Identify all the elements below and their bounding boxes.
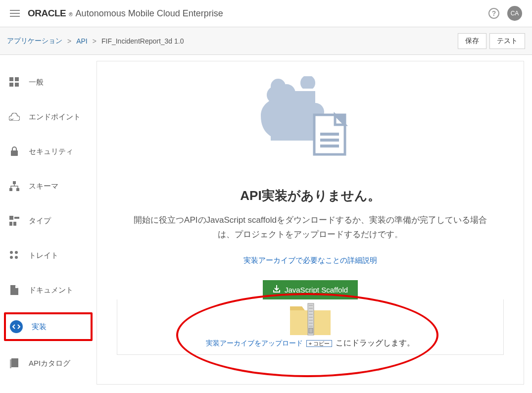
- sidebar-item-label: セキュリティ: [29, 147, 73, 156]
- sidebar-item-security[interactable]: セキュリティ: [4, 139, 93, 164]
- breadcrumb-api[interactable]: API: [76, 37, 88, 45]
- empty-state-description: 開始に役立つAPIのJavaScript scaffoldをダウンロードするか、…: [130, 213, 491, 242]
- svg-rect-0: [9, 77, 13, 81]
- sidebar-item-label: タイプ: [29, 216, 51, 226]
- empty-state-title: API実装がありません。: [240, 187, 380, 204]
- sitemap-icon: [9, 181, 20, 192]
- svg-rect-16: [11, 358, 18, 367]
- breadcrumb-separator: >: [67, 37, 71, 45]
- svg-rect-6: [9, 188, 12, 191]
- grid-icon: [9, 77, 20, 88]
- menu-icon[interactable]: [10, 8, 20, 19]
- help-icon[interactable]: ?: [488, 8, 499, 19]
- sidebar-item-documents[interactable]: ドキュメント: [4, 278, 93, 302]
- scaffold-download-button[interactable]: JavaScript Scaffold: [263, 280, 358, 299]
- dropzone-suffix: こにドラッグします。: [336, 339, 415, 347]
- breadcrumb-separator: >: [93, 37, 97, 45]
- sidebar-item-label: エンドポイント: [29, 112, 81, 122]
- traits-icon: [9, 250, 20, 261]
- sidebar-item-implementation[interactable]: 実装: [7, 315, 90, 338]
- sidebar-item-api-catalog[interactable]: APIカタログ: [4, 351, 93, 376]
- dropzone-prefix: 実装アーカイブをアップロード: [206, 339, 303, 347]
- svg-rect-22: [320, 139, 339, 142]
- save-button[interactable]: 保存: [458, 33, 486, 49]
- catalog-icon: [9, 358, 20, 369]
- document-icon: [9, 285, 20, 295]
- sidebar-item-label: 一般: [29, 78, 44, 87]
- svg-rect-21: [320, 133, 339, 136]
- svg-rect-36: [309, 328, 313, 333]
- main: 一般 エンドポイント セキュリティ スキーマ タイプ: [0, 55, 532, 391]
- svg-rect-11: [13, 222, 16, 226]
- sidebar-item-schema[interactable]: スキーマ: [4, 174, 93, 198]
- svg-rect-17: [10, 359, 11, 368]
- avatar[interactable]: CA: [507, 6, 522, 21]
- app-bar: ORACLE® Autonomous Mobile Cloud Enterpri…: [0, 0, 532, 27]
- empty-state-illustration: [261, 76, 360, 180]
- svg-rect-8: [9, 216, 13, 220]
- sidebar-item-label: ドキュメント: [29, 286, 73, 295]
- lock-icon: [9, 146, 20, 157]
- brand-oracle: ORACLE: [28, 8, 66, 19]
- svg-rect-2: [9, 83, 13, 87]
- svg-rect-1: [15, 77, 19, 81]
- breadcrumb-current: FIF_IncidentReport_3d 1.0: [101, 37, 184, 45]
- sidebar-item-label: 実装: [32, 322, 47, 332]
- svg-rect-25: [273, 290, 274, 292]
- copy-badge: + コピー: [306, 340, 332, 347]
- product-name: Autonomous Mobile Cloud Enterprise: [76, 8, 223, 19]
- svg-rect-4: [11, 150, 18, 156]
- types-icon: [9, 215, 20, 226]
- info-link[interactable]: 実装アーカイブで必要なことの詳細説明: [243, 256, 377, 265]
- svg-point-13: [15, 251, 18, 254]
- svg-rect-5: [13, 181, 16, 184]
- breadcrumb-applications[interactable]: アプリケーション: [7, 37, 62, 46]
- sidebar-item-label: スキーマ: [29, 182, 58, 191]
- svg-rect-9: [14, 217, 19, 219]
- svg-rect-24: [273, 292, 280, 293]
- sub-bar: アプリケーション > API > FIF_IncidentReport_3d 1…: [0, 27, 532, 55]
- svg-rect-10: [9, 222, 12, 226]
- svg-point-14: [10, 256, 13, 259]
- svg-rect-23: [320, 145, 339, 147]
- svg-rect-3: [15, 83, 19, 87]
- download-icon: [273, 285, 281, 295]
- sidebar-item-general[interactable]: 一般: [4, 70, 93, 95]
- sidebar-item-label: トレイト: [29, 251, 58, 260]
- cloud-icon: [9, 111, 20, 122]
- breadcrumb: アプリケーション > API > FIF_IncidentReport_3d 1…: [7, 37, 184, 46]
- svg-rect-26: [279, 290, 280, 292]
- sidebar-item-label: APIカタログ: [29, 359, 70, 368]
- highlighted-selection: 実装: [4, 312, 93, 341]
- registered-mark: ®: [69, 12, 72, 17]
- content-panel: API実装がありません。 開始に役立つAPIのJavaScript scaffo…: [97, 61, 524, 385]
- dropzone-text: 実装アーカイブをアップロード + コピー こにドラッグします。: [206, 338, 414, 348]
- sidebar: 一般 エンドポイント セキュリティ スキーマ タイプ: [0, 55, 97, 391]
- svg-point-12: [10, 251, 13, 254]
- brand: ORACLE® Autonomous Mobile Cloud Enterpri…: [28, 8, 223, 19]
- sidebar-item-endpoints[interactable]: エンドポイント: [4, 104, 93, 129]
- implementation-icon: [10, 320, 23, 333]
- sidebar-item-types[interactable]: タイプ: [4, 208, 93, 233]
- svg-rect-7: [16, 188, 19, 191]
- scaffold-button-label: JavaScript Scaffold: [285, 286, 348, 294]
- svg-point-15: [15, 256, 18, 259]
- test-button[interactable]: テスト: [489, 33, 525, 49]
- upload-dropzone[interactable]: 実装アーカイブをアップロード + コピー こにドラッグします。: [117, 299, 504, 355]
- sidebar-item-traits[interactable]: トレイト: [4, 243, 93, 268]
- folder-zip-icon: [288, 298, 333, 338]
